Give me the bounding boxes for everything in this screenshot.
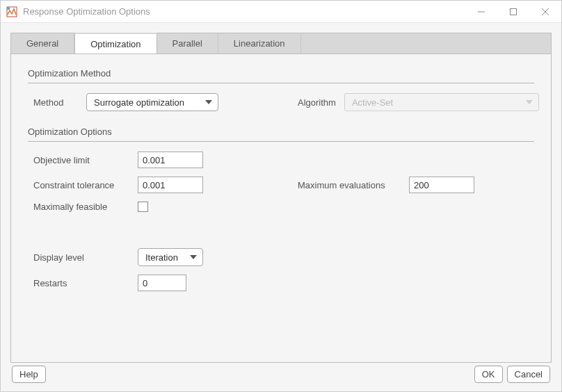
divider <box>28 83 534 83</box>
objective-limit-row: Objective limit <box>28 152 534 168</box>
constraint-tolerance-input[interactable] <box>138 177 203 193</box>
display-level-select[interactable]: Iteration <box>138 248 203 266</box>
tabstrip: General Optimization Parallel Linearizat… <box>10 33 552 54</box>
maximally-feasible-row: Maximally feasible <box>28 202 534 212</box>
svg-rect-3 <box>511 8 517 15</box>
constraint-maxeval-row: Constraint tolerance Maximum evaluations <box>28 177 534 193</box>
window-controls <box>465 1 561 22</box>
chevron-down-icon <box>205 100 212 104</box>
objective-limit-input[interactable] <box>138 152 203 168</box>
svg-rect-1 <box>8 7 10 10</box>
minimize-button[interactable] <box>465 1 497 22</box>
close-button[interactable] <box>529 1 561 22</box>
tab-general[interactable]: General <box>11 33 74 54</box>
method-select[interactable]: Surrogate optimization <box>86 93 218 111</box>
cancel-button[interactable]: Cancel <box>507 366 550 383</box>
max-evaluations-input[interactable] <box>409 177 474 193</box>
tab-panel-optimization: Optimization Method Method Surrogate opt… <box>10 54 552 363</box>
method-select-value: Surrogate optimization <box>94 97 184 108</box>
maximally-feasible-checkbox[interactable] <box>138 202 148 212</box>
chevron-down-icon <box>526 100 533 104</box>
method-row: Method Surrogate optimization Algorithm … <box>28 93 534 111</box>
algorithm-select: Active-Set <box>344 93 539 111</box>
restarts-label: Restarts <box>33 278 138 288</box>
titlebar: Response Optimization Options <box>1 1 561 23</box>
dialog-button-row: Help OK Cancel <box>10 363 552 384</box>
content-area: General Optimization Parallel Linearizat… <box>1 23 561 391</box>
section-title-method: Optimization Method <box>28 68 534 79</box>
chevron-down-icon <box>190 255 197 259</box>
display-level-row: Display level Iteration <box>28 248 534 266</box>
divider <box>28 141 534 142</box>
ok-button[interactable]: OK <box>474 366 503 383</box>
objective-limit-label: Objective limit <box>33 155 138 165</box>
section-title-options: Optimization Options <box>28 126 534 137</box>
dialog-window: Response Optimization Options General Op… <box>0 0 562 392</box>
maximally-feasible-label: Maximally feasible <box>33 202 138 212</box>
display-level-value: Iteration <box>145 252 178 263</box>
window-title: Response Optimization Options <box>23 6 465 17</box>
algorithm-label: Algorithm <box>298 97 336 108</box>
constraint-tolerance-label: Constraint tolerance <box>33 180 138 190</box>
restarts-input[interactable] <box>138 275 186 291</box>
tab-linearization[interactable]: Linearization <box>218 33 301 54</box>
algorithm-select-value: Active-Set <box>352 97 393 108</box>
method-label: Method <box>33 97 77 108</box>
max-evaluations-label: Maximum evaluations <box>298 180 409 190</box>
app-icon <box>6 6 17 17</box>
maximize-button[interactable] <box>497 1 529 22</box>
tab-optimization[interactable]: Optimization <box>74 33 156 54</box>
help-button[interactable]: Help <box>12 366 46 383</box>
display-level-label: Display level <box>33 252 138 263</box>
restarts-row: Restarts <box>28 275 534 291</box>
tab-parallel[interactable]: Parallel <box>157 33 218 54</box>
